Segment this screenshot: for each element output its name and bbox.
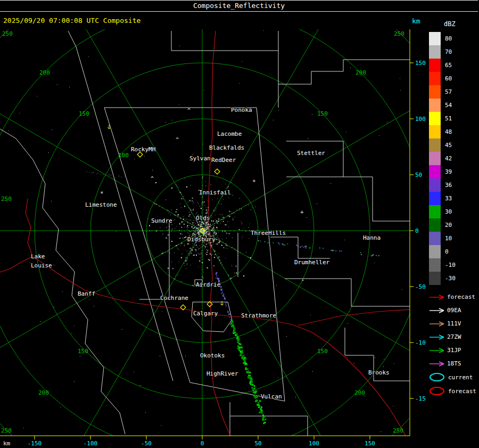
city-label: RedDeer	[211, 157, 236, 164]
azimuth-line	[53, 231, 202, 448]
legend-level-row: 54	[429, 99, 479, 112]
station-marker-icon: ^	[151, 176, 154, 182]
echo-streaks	[87, 172, 379, 424]
legend-level-row: 60	[429, 72, 479, 85]
range-label: 100	[118, 152, 129, 159]
city-label: Innisfail	[199, 189, 231, 196]
legend-color-swatch	[429, 72, 441, 85]
legend-level-row: -10	[429, 258, 479, 272]
city-label: ThreeHills	[251, 230, 286, 237]
legend-level-row: 33	[429, 192, 479, 205]
municipal-boundary	[285, 279, 410, 306]
city-label: Okotoks	[200, 352, 225, 359]
legend-ellipse-label: current	[448, 374, 473, 381]
titlebar: Composite_Reflectivity	[0, 0, 478, 12]
legend-color-swatch	[429, 59, 441, 72]
legend-track-label: 31JP	[447, 347, 461, 354]
right-axis-tick-label: 150	[415, 60, 426, 67]
range-label: 150	[317, 348, 328, 355]
city-label: Didsbury	[187, 236, 216, 243]
right-axis-tick-label: 0	[415, 227, 419, 234]
city-label: Strathmore	[241, 312, 276, 319]
legend-color-scale: 807065605754514845423936333020100-10-30	[429, 32, 479, 285]
legend-track-row: 31JP	[429, 344, 479, 357]
azimuth-line	[0, 231, 202, 380]
bottom-axis-tick-label: 50	[254, 440, 261, 447]
legend-level-row: 57	[429, 85, 479, 99]
range-label: 200	[38, 389, 49, 396]
right-axis-tick-label: -100	[415, 339, 426, 346]
city-label: Blackfalds	[209, 144, 244, 151]
municipal-boundary	[278, 60, 410, 84]
bottom-axis-tick-label: -50	[141, 440, 152, 447]
range-label: 250	[2, 30, 13, 37]
track-arrow-icon	[429, 321, 445, 327]
legend-color-swatch	[429, 165, 441, 178]
range-label: 150	[317, 110, 328, 117]
right-axis-tick-label: 50	[415, 172, 422, 178]
legend-track-label: 18TS	[447, 360, 461, 367]
legend-track-label: 111V	[447, 320, 461, 327]
azimuth-line	[202, 231, 426, 380]
right-axis-unit-label: km	[412, 17, 420, 25]
bottom-axis-tick-label: -150	[28, 440, 42, 447]
legend-ellipse-row: forecast	[429, 384, 479, 398]
legend-level-label: 39	[445, 168, 452, 175]
legend-panel: dBZ 807065605754514845423936333020100-10…	[429, 16, 479, 398]
legend-color-swatch	[429, 272, 441, 285]
municipal-boundary	[343, 177, 410, 221]
legend-level-label: 10	[445, 235, 452, 242]
bottom-axis-tick-label: 100	[309, 440, 319, 447]
bottom-axis-unit-label: km	[3, 440, 11, 447]
legend-level-label: 51	[445, 115, 452, 122]
legend-level-row: 39	[429, 165, 479, 178]
station-marker-icon: *	[252, 178, 256, 185]
legend-level-label: 36	[445, 182, 452, 189]
highway-line	[298, 309, 410, 325]
legend-color-swatch	[429, 32, 441, 45]
legend-level-label: 54	[445, 102, 452, 109]
city-labels: PonokaLacombeBlackfaldsSylvanRedDeerStet…	[31, 107, 390, 400]
radar-map-display[interactable]: 1001502002501502002502501502002501502002…	[0, 29, 426, 448]
municipal-boundary	[0, 129, 33, 160]
legend-level-row: 65	[429, 59, 479, 72]
legend-color-swatch	[429, 245, 441, 258]
city-label: HighRiver	[207, 370, 238, 377]
legend-level-row: 42	[429, 152, 479, 165]
city-label: Lake	[31, 253, 45, 260]
track-arrow-icon	[429, 307, 445, 314]
right-axis-tick-label: -150	[415, 395, 426, 402]
legend-color-swatch	[429, 218, 441, 232]
legend-color-swatch	[429, 192, 441, 205]
legend-color-swatch	[429, 205, 441, 218]
station-marker-icon: ^	[187, 108, 191, 113]
legend-unit-label: dBZ	[444, 20, 479, 28]
legend-level-label: 57	[445, 88, 452, 95]
bottom-axis-tick-label: 150	[365, 440, 375, 447]
range-label: 250	[393, 427, 403, 434]
municipal-boundary	[286, 141, 343, 177]
legend-level-row: 36	[429, 178, 479, 192]
track-arrow-icon	[429, 361, 445, 367]
city-label: Stettler	[297, 150, 325, 157]
range-label: 150	[79, 110, 89, 117]
station-marker-icon: *	[100, 190, 104, 197]
city-label: Calgary	[193, 310, 218, 317]
legend-track-label: forecast	[447, 294, 475, 300]
city-label: Olds	[196, 215, 210, 222]
legend-color-swatch	[429, 85, 441, 99]
city-label: Drumheller	[294, 259, 330, 266]
city-label: Brooks	[368, 369, 390, 376]
radar-viewer-window: Composite_Reflectivity 2025/09/20 07:00:…	[0, 0, 479, 448]
legend-level-label: 20	[445, 222, 452, 229]
range-label: 250	[394, 30, 404, 37]
legend-color-swatch	[429, 232, 441, 245]
legend-color-swatch	[429, 45, 441, 59]
range-label: 250	[1, 196, 12, 202]
legend-track-label: 09EA	[447, 307, 461, 314]
city-label: Ponoka	[231, 107, 252, 113]
legend-level-label: 0	[445, 248, 449, 255]
legend-level-label: 70	[445, 48, 452, 55]
ground-clutter-layer	[9, 30, 402, 432]
city-label: Cochrane	[160, 295, 188, 302]
